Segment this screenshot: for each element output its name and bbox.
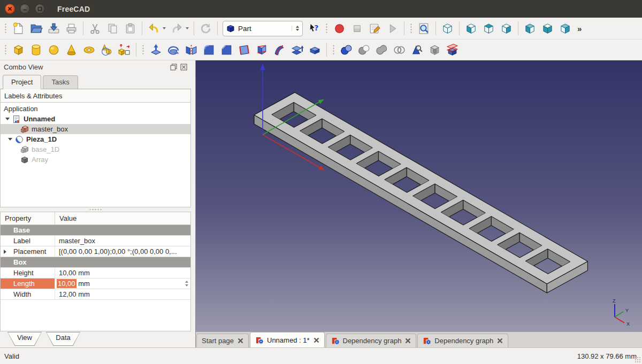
part-shapebuilder-button[interactable] [116,41,133,59]
undo-button[interactable] [145,20,163,37]
close-tab-icon[interactable] [314,337,319,343]
property-value[interactable]: master_box [55,236,190,246]
window-minimize-button[interactable] [20,4,30,14]
panel-splitter[interactable] [0,207,191,212]
part-ruled-surface-button[interactable] [235,41,253,59]
close-tab-icon[interactable] [405,338,411,344]
tree-item-application[interactable]: Application [1,104,190,114]
macro-record-button[interactable] [331,20,348,37]
macro-edit-button[interactable] [366,20,384,37]
tree-item-unnamed[interactable]: Unnamed [1,114,190,124]
part-cut-button[interactable] [355,41,373,59]
close-panel-icon[interactable] [180,64,187,71]
dock-splitter[interactable] [191,60,195,347]
length-spinner[interactable] [181,281,188,286]
macro-play-button[interactable] [384,20,401,37]
property-value[interactable]: 12,00 mm [55,289,190,299]
redo-button[interactable] [168,20,186,37]
property-group-base[interactable]: Base [1,225,190,236]
view-bottom-button[interactable] [539,20,556,37]
column-header-value[interactable]: Value [55,214,77,222]
part-cross-sections-button[interactable] [444,41,461,59]
toolbar-drag-handle[interactable] [409,22,413,34]
part-sphere-button[interactable] [45,41,63,59]
tab-dependency-graph-1[interactable]: Dependency graph [326,334,417,347]
tab-tasks[interactable]: Tasks [43,75,78,89]
tree-item-master-box[interactable]: master_box [1,124,190,134]
expander-down-icon[interactable] [5,118,10,120]
toolbar-drag-handle[interactable] [4,22,7,34]
3d-viewport[interactable]: Z Y X [195,60,642,332]
tree-item-array[interactable]: Array [1,154,190,165]
part-revolve-button[interactable] [165,41,182,59]
undo-dropdown-icon[interactable] [163,27,166,29]
tab-start-page[interactable]: Start page [196,334,249,347]
part-fillet-button[interactable] [200,41,218,59]
part-sweep-button[interactable] [271,41,288,59]
property-row-placement[interactable]: Placement [(0,00 0,00 1,00);0,00 °;(0,00… [1,246,190,257]
redo-dropdown-icon[interactable] [186,27,189,29]
part-offset-button[interactable] [288,41,306,59]
column-header-property[interactable]: Property [1,212,55,224]
expander-right-icon[interactable] [4,250,6,254]
part-defeaturing-button[interactable] [426,41,444,59]
view-top-button[interactable] [480,20,498,37]
view-left-button[interactable] [556,20,574,37]
refresh-button[interactable] [197,20,215,37]
fit-all-button[interactable] [415,20,433,37]
print-button[interactable] [63,20,80,37]
property-row-length[interactable]: Length 10,00 mm [1,278,190,289]
tab-data-properties[interactable]: Data [46,332,80,346]
tab-view-properties[interactable]: View [7,332,42,346]
toolbar-drag-handle[interactable] [141,44,145,56]
property-group-box[interactable]: Box [1,257,190,268]
view-front-button[interactable] [462,20,480,37]
property-row-height[interactable]: Height 10,00 mm [1,268,190,278]
workbench-selector[interactable]: Part [223,21,303,36]
view-rear-button[interactable] [521,20,539,37]
paste-button[interactable] [121,20,139,37]
cut-button[interactable] [86,20,104,37]
workbench-spinner[interactable] [292,26,299,31]
part-cone-button[interactable] [63,41,80,59]
part-extrude-button[interactable] [147,41,165,59]
tab-project[interactable]: Project [3,75,41,89]
window-close-button[interactable] [5,4,15,14]
length-edit-field[interactable]: 10,00 mm [55,278,190,289]
part-chamfer-button[interactable] [218,41,235,59]
part-box-button[interactable] [10,41,27,59]
toolbar-drag-handle[interactable] [4,44,7,56]
toolbar-drag-handle[interactable] [325,22,328,34]
toolbar-overflow-button[interactable]: » [577,24,582,33]
part-check-geometry-button[interactable] [408,41,426,59]
close-tab-icon[interactable] [497,338,503,344]
tab-unnamed-document[interactable]: Unnamed : 1* [250,332,325,347]
part-fuse-button[interactable] [373,41,391,59]
view-axonometric-button[interactable] [439,20,456,37]
part-thickness-button[interactable] [306,41,324,59]
open-document-button[interactable] [27,20,45,37]
close-tab-icon[interactable] [238,338,243,344]
whats-this-button[interactable]: ? [305,20,323,37]
tree-item-pieza-1d[interactable]: Pieza_1D [1,134,190,144]
property-value[interactable]: 10,00 mm [55,268,190,278]
new-document-button[interactable] [10,20,27,37]
tree-item-base-1d[interactable]: base_1D [1,144,190,154]
property-value[interactable]: [(0,00 0,00 1,00);0,00 °;(0,00 0,00 0,..… [55,246,190,257]
copy-button[interactable] [104,20,121,37]
macro-stop-button[interactable] [348,20,366,37]
float-panel-icon[interactable] [170,64,177,71]
property-row-width[interactable]: Width 12,00 mm [1,289,190,300]
expander-down-icon[interactable] [8,138,12,141]
part-torus-button[interactable] [80,41,98,59]
part-primitives-button[interactable] [98,41,116,59]
window-maximize-button[interactable] [35,4,45,14]
save-document-button[interactable] [45,20,63,37]
part-loft-button[interactable] [253,41,271,59]
part-boolean-button[interactable] [338,41,355,59]
tab-dependency-graph-2[interactable]: Dependency graph [417,334,508,347]
part-mirror-button[interactable] [182,41,200,59]
resize-grip[interactable] [635,357,641,363]
property-row-label[interactable]: Label master_box [1,236,190,246]
view-right-button[interactable] [498,20,515,37]
